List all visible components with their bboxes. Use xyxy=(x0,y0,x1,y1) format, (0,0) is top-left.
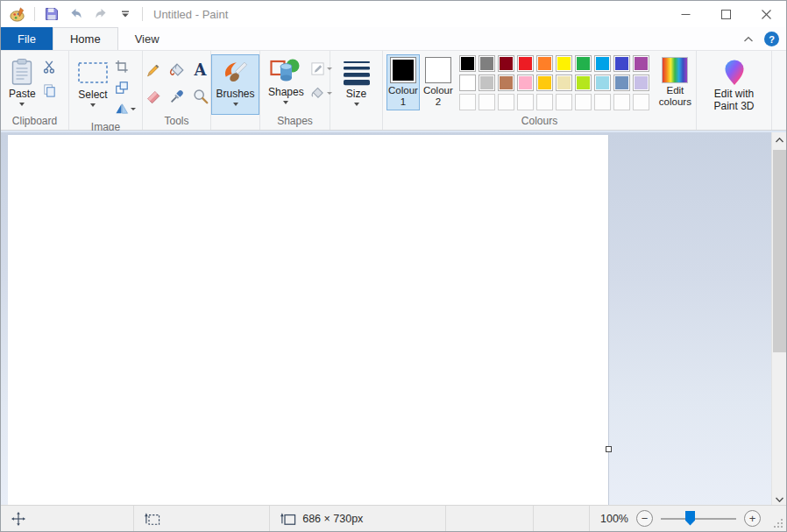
group-label-brushes xyxy=(211,115,259,130)
zoom-slider[interactable] xyxy=(661,510,736,528)
copy-button[interactable] xyxy=(42,82,57,99)
edit-with-paint3d-button[interactable]: Edit with Paint 3D xyxy=(703,54,766,116)
palette-swatch[interactable] xyxy=(575,74,592,91)
palette-swatch[interactable] xyxy=(479,74,495,91)
group-size: Size xyxy=(330,51,383,130)
paste-button[interactable]: Paste xyxy=(4,54,40,115)
palette-swatch[interactable] xyxy=(498,55,514,72)
group-label-tools: Tools xyxy=(143,115,210,130)
maximize-button[interactable] xyxy=(705,1,746,27)
paint-window: Untitled - Paint File Home View ? xyxy=(0,0,787,532)
group-paint3d: Edit with Paint 3D xyxy=(697,51,772,130)
palette-swatch-empty xyxy=(633,94,649,110)
colour-palette xyxy=(459,55,652,113)
vertical-scrollbar[interactable] xyxy=(771,132,786,507)
palette-swatch[interactable] xyxy=(594,55,611,72)
maximize-icon xyxy=(721,10,731,19)
scrollbar-thumb[interactable] xyxy=(773,150,786,352)
resize-grip-icon[interactable] xyxy=(774,519,783,528)
palette-swatch-empty xyxy=(575,94,592,110)
palette-swatch[interactable] xyxy=(613,55,630,72)
zoom-in-icon: + xyxy=(749,513,756,524)
minimize-button[interactable] xyxy=(665,1,705,27)
group-image: Select xyxy=(69,51,143,130)
palette-swatch[interactable] xyxy=(633,55,649,72)
floppy-save-icon xyxy=(45,7,59,21)
crop-button[interactable] xyxy=(115,58,136,75)
magnifier-tool-button[interactable] xyxy=(192,88,209,105)
edit-colours-label: Edit colours xyxy=(658,85,692,108)
palette-swatch-empty xyxy=(594,94,611,110)
colour2-button[interactable]: Colour 2 xyxy=(422,54,455,110)
save-button[interactable] xyxy=(42,4,61,24)
scroll-up-arrow-icon xyxy=(776,138,783,143)
edit-with-paint3d-label: Edit with Paint 3D xyxy=(707,89,762,113)
palette-swatch[interactable] xyxy=(459,74,476,91)
palette-swatch[interactable] xyxy=(498,74,514,91)
palette-swatch[interactable] xyxy=(613,74,630,91)
zoom-out-button[interactable]: − xyxy=(636,510,653,527)
palette-swatch[interactable] xyxy=(517,55,534,72)
palette-swatch-empty xyxy=(536,94,553,110)
zoom-slider-thumb[interactable] xyxy=(685,511,695,526)
redo-button[interactable] xyxy=(91,4,110,24)
undo-button[interactable] xyxy=(67,4,86,24)
chevron-down-icon xyxy=(283,101,288,104)
tab-view[interactable]: View xyxy=(118,27,176,50)
size-button[interactable]: Size xyxy=(339,54,374,115)
redo-arrow-icon xyxy=(94,7,108,21)
tab-file[interactable]: File xyxy=(1,27,53,50)
minimize-icon xyxy=(681,10,691,19)
palette-swatch-empty xyxy=(613,94,630,110)
group-brushes: Brushes xyxy=(211,51,260,130)
palette-swatch[interactable] xyxy=(517,74,534,91)
collapse-ribbon-button[interactable] xyxy=(743,36,754,43)
palette-swatch[interactable] xyxy=(594,74,611,91)
palette-swatch[interactable] xyxy=(575,55,592,72)
palette-swatch[interactable] xyxy=(633,74,649,91)
palette-swatch-empty xyxy=(517,94,534,110)
ribbon: Paste Clipboard xyxy=(1,51,786,131)
shapes-button[interactable]: Shapes xyxy=(264,54,308,115)
palette-swatch[interactable] xyxy=(479,55,495,72)
palette-swatch[interactable] xyxy=(556,74,572,91)
resize-button[interactable] xyxy=(115,79,136,96)
resize-icon xyxy=(115,81,129,95)
pencil-icon xyxy=(145,61,162,79)
shape-outline-button[interactable] xyxy=(310,60,332,77)
canvas-resize-handle[interactable] xyxy=(606,446,612,452)
app-menu-button[interactable] xyxy=(8,4,27,24)
colour1-button[interactable]: Colour 1 xyxy=(386,54,420,110)
status-selection-size xyxy=(134,506,271,531)
pencil-tool-button[interactable] xyxy=(145,61,162,79)
cut-button[interactable] xyxy=(42,58,57,75)
rotate-button[interactable] xyxy=(115,100,136,117)
help-button[interactable]: ? xyxy=(764,32,779,46)
drawing-canvas[interactable] xyxy=(8,135,609,507)
tab-home[interactable]: Home xyxy=(53,27,118,50)
eraser-tool-button[interactable] xyxy=(145,88,162,105)
text-tool-button[interactable]: A xyxy=(195,62,207,78)
scroll-up-button[interactable] xyxy=(772,132,786,147)
zoom-out-icon: − xyxy=(642,513,649,524)
customize-toolbar-button[interactable] xyxy=(116,4,135,24)
shape-fill-button[interactable] xyxy=(310,84,332,102)
edit-colours-button[interactable]: Edit colours xyxy=(656,54,694,110)
status-empty-1 xyxy=(446,506,533,531)
brushes-button[interactable]: Brushes xyxy=(211,54,259,115)
zoom-in-button[interactable]: + xyxy=(744,510,761,527)
close-button[interactable] xyxy=(746,1,786,27)
window-controls xyxy=(665,1,786,27)
status-bar: 686 × 730px 100% − + xyxy=(1,505,786,531)
select-button[interactable]: Select xyxy=(73,54,113,121)
scissors-icon xyxy=(42,60,57,74)
palette-swatch[interactable] xyxy=(556,55,572,72)
fill-tool-button[interactable] xyxy=(168,61,186,79)
paint3d-drop-icon xyxy=(721,58,748,86)
palette-swatch[interactable] xyxy=(536,74,553,91)
zoom-slider-track[interactable] xyxy=(661,518,736,520)
status-cursor-position xyxy=(1,506,134,531)
palette-swatch[interactable] xyxy=(459,55,476,72)
palette-swatch[interactable] xyxy=(536,55,553,72)
picker-tool-button[interactable] xyxy=(168,88,186,105)
